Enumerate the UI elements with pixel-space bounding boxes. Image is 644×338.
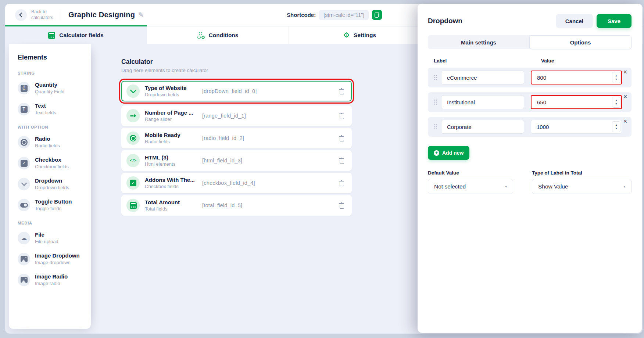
field-type: Dropdown fields (145, 92, 187, 97)
plus-icon (434, 150, 439, 156)
sidebar-element-item[interactable]: File File upload (18, 232, 84, 244)
sidebar-element-item[interactable]: Text Text fields (18, 103, 84, 115)
option-row (428, 92, 632, 112)
field-name: Number of Page ... (145, 109, 193, 116)
copy-icon (375, 12, 379, 18)
spinner-down-icon[interactable] (615, 127, 617, 130)
field-type-icon (126, 109, 140, 122)
field-shortcode: [checkbox_field_id_4] (202, 180, 255, 186)
element-name: Radio (35, 136, 60, 142)
conditions-icon (197, 32, 205, 39)
default-value-label: Default Value (428, 170, 513, 176)
pencil-icon[interactable]: ✎ (138, 11, 143, 19)
add-new-label: Add new (442, 150, 464, 156)
field-row[interactable]: Type of Website Dropdown fields [dropDow… (121, 81, 352, 101)
sidebar-element-item[interactable]: Image Dropdown Image dropdown (18, 253, 84, 265)
element-icon (18, 136, 30, 148)
tab-main-settings[interactable]: Main settings (428, 35, 529, 49)
trash-icon[interactable] (339, 135, 344, 141)
sidebar-element-item[interactable]: Quantity Quantity Field (18, 82, 84, 94)
save-button[interactable]: Save (597, 14, 632, 28)
field-row[interactable]: Total Amount Total fields [total_field_i… (121, 195, 352, 216)
field-type-icon (126, 154, 140, 167)
default-value-select[interactable]: Not selected (428, 179, 513, 194)
section-label-with-option: WITH OPTION (18, 125, 84, 129)
trash-icon[interactable] (339, 113, 344, 119)
trash-icon[interactable] (339, 180, 344, 186)
field-name: Type of Website (145, 85, 187, 91)
field-shortcode: [range_field_id_1] (202, 113, 246, 119)
spinner-down-icon[interactable] (615, 78, 617, 81)
tab-conditions[interactable]: Conditions (147, 26, 289, 44)
field-row[interactable]: Addons With The... Checkbox fields [chec… (121, 173, 352, 193)
add-new-button[interactable]: Add new (428, 146, 469, 160)
close-icon[interactable] (621, 117, 629, 125)
element-icon (18, 199, 30, 211)
option-label-input[interactable] (441, 95, 524, 109)
tab-options[interactable]: Options (529, 35, 632, 49)
field-row[interactable]: Number of Page ... Range slider [range_f… (121, 105, 352, 126)
tab-label: Calculator fields (59, 32, 104, 39)
tab-calculator-fields[interactable]: Calculator fields (5, 26, 147, 44)
label-in-total-select[interactable]: Show Value (532, 179, 632, 194)
chevron-left-icon (19, 12, 24, 17)
field-titles: Mobile Ready Radio fields (145, 132, 180, 144)
trash-icon[interactable] (339, 202, 344, 208)
panel-title: Dropdown (428, 17, 462, 25)
section-label-string: STRING (18, 71, 84, 75)
panel-actions: Cancel Save (556, 14, 632, 28)
option-value-field (531, 95, 622, 109)
panel-header: Dropdown Cancel Save (428, 14, 632, 28)
field-shortcode: [dropDown_field_id_0] (202, 88, 257, 94)
drag-handle-icon[interactable] (434, 124, 437, 129)
option-value-input[interactable] (531, 95, 622, 109)
field-type-icon (126, 132, 140, 145)
close-icon[interactable] (621, 93, 629, 101)
options-column-headers: Label Value (428, 58, 632, 65)
sidebar-element-item[interactable]: Checkbox Checkbox fields (18, 157, 84, 169)
sidebar-element-item[interactable]: Toggle Button Toggle fields (18, 199, 84, 211)
trash-icon[interactable] (339, 88, 344, 94)
option-value-field (531, 71, 622, 84)
element-desc: Quantity Field (35, 89, 64, 94)
element-icon (18, 157, 30, 169)
option-label-input[interactable] (441, 71, 524, 84)
element-name: Quantity (35, 82, 64, 88)
calculator-icon (48, 32, 55, 39)
drag-handle-icon[interactable] (434, 75, 437, 80)
label-in-total-label: Type of Label in Total (532, 170, 632, 176)
option-value-input[interactable] (531, 71, 622, 84)
tab-settings[interactable]: Settings (289, 26, 431, 44)
back-label[interactable]: Back to calculators (31, 9, 56, 21)
spinner-up-icon[interactable] (615, 99, 617, 102)
dropdown-settings-panel: Dropdown Cancel Save Main settings Optio… (418, 4, 642, 333)
element-desc: Checkbox fields (35, 164, 69, 169)
field-row[interactable]: HTML (3) Html elements [html_field_id_3] (121, 150, 352, 171)
spinner-up-icon[interactable] (615, 75, 617, 77)
back-button[interactable] (15, 9, 27, 21)
element-icon (18, 178, 30, 190)
element-name: Image Radio (35, 274, 68, 280)
panel-tabs: Main settings Options (428, 35, 632, 49)
sidebar-element-item[interactable]: Dropdown Dropdown fields (18, 178, 84, 190)
field-shortcode: [total_field_id_5] (202, 202, 242, 208)
page-title: Graphic Designing (68, 11, 135, 19)
option-label-input[interactable] (441, 120, 524, 134)
trash-icon[interactable] (339, 158, 344, 163)
sidebar-element-item[interactable]: Image Radio Image radio (18, 274, 84, 286)
spinner-up-icon[interactable] (615, 124, 617, 126)
calculator-builder: Calculator Drag here elements to create … (121, 44, 352, 217)
close-icon[interactable] (621, 68, 629, 76)
field-titles: Addons With The... Checkbox fields (145, 177, 195, 189)
drag-handle-icon[interactable] (434, 100, 437, 105)
sidebar-element-item[interactable]: Radio Radio fields (18, 136, 84, 148)
field-row[interactable]: Mobile Ready Radio fields [radio_field_i… (121, 128, 352, 148)
spinner-down-icon[interactable] (615, 103, 617, 105)
cancel-button[interactable]: Cancel (556, 14, 593, 28)
copy-button[interactable] (372, 10, 382, 20)
option-value-input[interactable] (531, 120, 622, 134)
option-row (428, 117, 632, 137)
element-desc: Image dropdown (35, 260, 80, 265)
number-spinner (612, 97, 620, 108)
element-icon (18, 232, 30, 244)
